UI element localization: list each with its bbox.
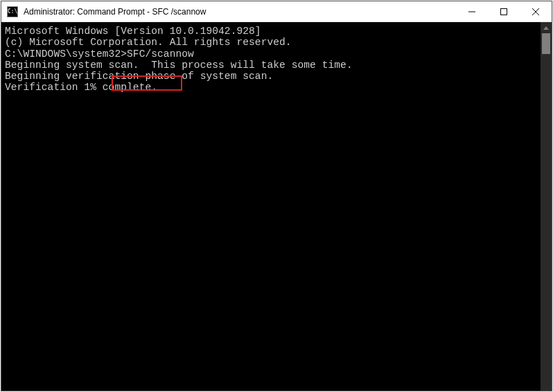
maximize-button[interactable] — [488, 1, 520, 21]
close-icon — [532, 8, 539, 15]
output-line: Beginning verification phase of system s… — [5, 71, 541, 82]
window-title: Administrator: Command Prompt - SFC /sca… — [24, 7, 456, 17]
scroll-up-arrow-icon[interactable] — [541, 22, 552, 33]
close-button[interactable] — [520, 1, 552, 21]
maximize-icon — [500, 8, 507, 15]
prompt-line: C:\WINDOWS\system32>SFC/scannow — [5, 48, 541, 60]
minimize-icon — [468, 8, 475, 15]
output-line: (c) Microsoft Corporation. All rights re… — [5, 37, 541, 48]
minimize-button[interactable] — [456, 1, 488, 21]
output-line: Verification 1% complete. — [5, 82, 541, 93]
cmd-icon: C:\ — [7, 6, 18, 17]
terminal-content[interactable]: Microsoft Windows [Version 10.0.19042.92… — [1, 22, 541, 391]
prompt-text: C:\WINDOWS\system32> — [5, 48, 127, 60]
svg-rect-1 — [501, 8, 507, 15]
terminal-area[interactable]: Microsoft Windows [Version 10.0.19042.92… — [1, 22, 552, 391]
cmd-icon-text: C:\ — [8, 8, 17, 15]
output-line: Beginning system scan. This process will… — [5, 60, 541, 71]
titlebar[interactable]: C:\ Administrator: Command Prompt - SFC … — [1, 1, 552, 22]
command-text: SFC/scannow — [127, 48, 194, 60]
vertical-scrollbar[interactable] — [541, 22, 552, 391]
command-prompt-window: C:\ Administrator: Command Prompt - SFC … — [1, 1, 552, 391]
scrollbar-thumb[interactable] — [542, 33, 550, 54]
window-controls — [456, 1, 552, 21]
output-line: Microsoft Windows [Version 10.0.19042.92… — [5, 26, 541, 37]
